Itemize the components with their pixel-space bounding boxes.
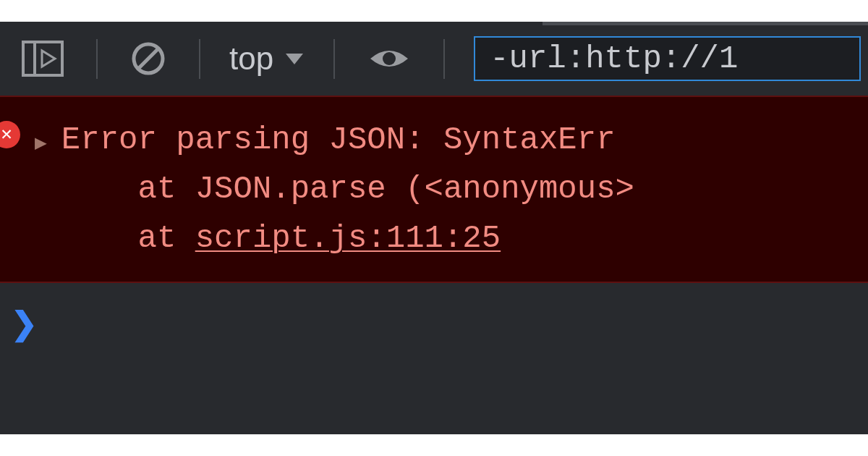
toolbar-divider bbox=[199, 39, 200, 79]
devtools-console: top ✕ ▶ Error parsing JSON: SyntaxErr at… bbox=[0, 22, 868, 434]
error-line-2: at JSON.parse (<anonymous> bbox=[61, 171, 634, 207]
console-prompt-input[interactable] bbox=[48, 305, 857, 341]
console-filter-input[interactable] bbox=[490, 41, 845, 77]
error-source-link[interactable]: script.js:111:25 bbox=[195, 220, 501, 256]
console-error-row[interactable]: ✕ ▶ Error parsing JSON: SyntaxErr at JSO… bbox=[0, 96, 868, 283]
x-glyph: ✕ bbox=[1, 125, 12, 144]
console-prompt-row: ❯ bbox=[0, 283, 868, 363]
eye-icon bbox=[367, 44, 411, 73]
toggle-sidebar-button[interactable] bbox=[7, 33, 78, 84]
live-expression-button[interactable] bbox=[353, 37, 425, 80]
console-messages: ✕ ▶ Error parsing JSON: SyntaxErr at JSO… bbox=[0, 96, 868, 363]
expand-triangle-icon[interactable]: ▶ bbox=[35, 128, 47, 159]
context-label: top bbox=[229, 41, 273, 77]
error-icon: ✕ bbox=[0, 121, 20, 148]
toolbar-divider bbox=[333, 39, 335, 79]
svg-point-6 bbox=[383, 52, 396, 65]
top-accent-bar bbox=[542, 22, 868, 25]
toolbar-divider bbox=[96, 39, 98, 79]
svg-marker-2 bbox=[42, 51, 55, 67]
svg-marker-5 bbox=[286, 54, 303, 64]
error-text-block: Error parsing JSON: SyntaxErr at JSON.pa… bbox=[61, 115, 857, 263]
execution-context-selector[interactable]: top bbox=[218, 33, 315, 84]
sidebar-play-icon bbox=[22, 41, 64, 77]
console-toolbar: top bbox=[0, 22, 868, 96]
clear-console-button[interactable] bbox=[116, 33, 181, 84]
svg-line-4 bbox=[138, 48, 158, 69]
clear-icon bbox=[130, 41, 166, 77]
toolbar-divider bbox=[443, 39, 445, 79]
error-line-1: Error parsing JSON: SyntaxErr bbox=[61, 122, 616, 158]
error-line-3-prefix: at bbox=[61, 220, 195, 256]
prompt-chevron-icon: ❯ bbox=[11, 305, 38, 342]
filter-input-container bbox=[474, 36, 861, 81]
dropdown-icon bbox=[284, 51, 305, 66]
